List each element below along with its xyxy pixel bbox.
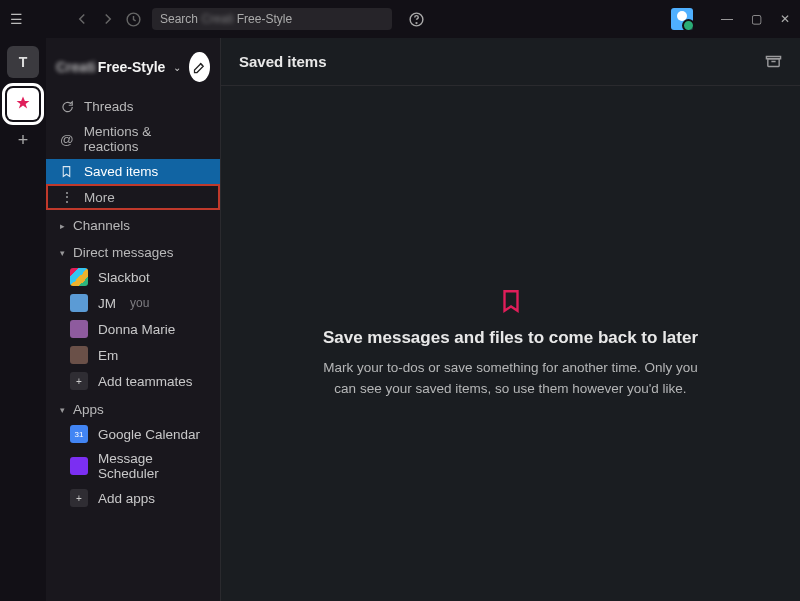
add-workspace-icon[interactable]: +: [18, 130, 29, 151]
window-controls: — ▢ ✕: [721, 12, 790, 26]
section-channels[interactable]: ▸ Channels: [46, 210, 220, 237]
page-title: Saved items: [239, 53, 327, 70]
caret-right-icon: ▸: [60, 221, 65, 231]
sidebar-item-more[interactable]: ⋮ More: [46, 184, 220, 210]
workspace-item-active[interactable]: [7, 88, 39, 120]
svg-rect-3: [768, 59, 779, 67]
caret-down-icon: ▾: [60, 405, 65, 415]
search-input[interactable]: Search Creati Free-Style: [152, 8, 392, 30]
avatar: [70, 294, 88, 312]
search-text: Free-Style: [237, 12, 292, 26]
chevron-down-icon: ⌄: [173, 62, 181, 73]
user-avatar[interactable]: [671, 8, 693, 30]
threads-icon: [60, 100, 74, 114]
sidebar-item-mentions[interactable]: @ Mentions & reactions: [46, 119, 220, 159]
sidebar-item-label: More: [84, 190, 115, 205]
dm-item-slackbot[interactable]: Slackbot: [46, 264, 220, 290]
main: Saved items Save messages and files to c…: [220, 38, 800, 601]
hamburger-icon[interactable]: ☰: [10, 11, 23, 27]
maximize-button[interactable]: ▢: [751, 12, 762, 26]
mentions-icon: @: [60, 132, 74, 147]
history-nav: [73, 10, 142, 28]
compose-button[interactable]: [189, 52, 210, 82]
sidebar-item-label: Mentions & reactions: [84, 124, 206, 154]
svg-point-2: [416, 22, 417, 23]
titlebar: ☰ Search Creati Free-Style — ▢ ✕: [0, 0, 800, 38]
add-teammates-button[interactable]: +Add teammates: [46, 368, 220, 394]
app-item-google-calendar[interactable]: Google Calendar: [46, 421, 220, 447]
help-icon[interactable]: [408, 11, 425, 28]
more-icon: ⋮: [60, 189, 74, 205]
empty-body: Mark your to-dos or save something for a…: [321, 358, 701, 399]
back-icon[interactable]: [73, 10, 91, 28]
avatar: [70, 346, 88, 364]
minimize-button[interactable]: —: [721, 12, 733, 26]
main-header: Saved items: [221, 38, 800, 86]
avatar: [70, 320, 88, 338]
app-icon: [70, 457, 88, 475]
plus-icon: +: [70, 489, 88, 507]
bookmark-icon: [498, 288, 524, 314]
bookmark-icon: [60, 165, 74, 178]
add-apps-button[interactable]: +Add apps: [46, 485, 220, 511]
dm-item-donna[interactable]: Donna Marie: [46, 316, 220, 342]
sidebar-item-threads[interactable]: Threads: [46, 94, 220, 119]
history-icon[interactable]: [125, 11, 142, 28]
close-button[interactable]: ✕: [780, 12, 790, 26]
forward-icon[interactable]: [99, 10, 117, 28]
search-prefix: Search: [160, 12, 198, 26]
sidebar: CreatiFree-Style ⌄ Threads @ Mentions & …: [46, 38, 220, 601]
sidebar-item-label: Saved items: [84, 164, 158, 179]
app-item-message-scheduler[interactable]: Message Scheduler: [46, 447, 220, 485]
workspace-item-t[interactable]: T: [7, 46, 39, 78]
dm-item-em[interactable]: Em: [46, 342, 220, 368]
sidebar-item-label: Threads: [84, 99, 134, 114]
empty-state: Save messages and files to come back to …: [221, 86, 800, 601]
workspace-rail: T +: [0, 38, 46, 601]
workspace-switcher[interactable]: CreatiFree-Style ⌄: [46, 46, 220, 94]
empty-heading: Save messages and files to come back to …: [323, 328, 698, 348]
plus-icon: +: [70, 372, 88, 390]
archive-icon[interactable]: [765, 53, 782, 70]
avatar: [70, 268, 88, 286]
section-dms[interactable]: ▾ Direct messages: [46, 237, 220, 264]
sidebar-item-saved[interactable]: Saved items: [46, 159, 220, 184]
section-apps[interactable]: ▾ Apps: [46, 394, 220, 421]
dm-item-jm[interactable]: JMyou: [46, 290, 220, 316]
caret-down-icon: ▾: [60, 248, 65, 258]
app-icon: [70, 425, 88, 443]
